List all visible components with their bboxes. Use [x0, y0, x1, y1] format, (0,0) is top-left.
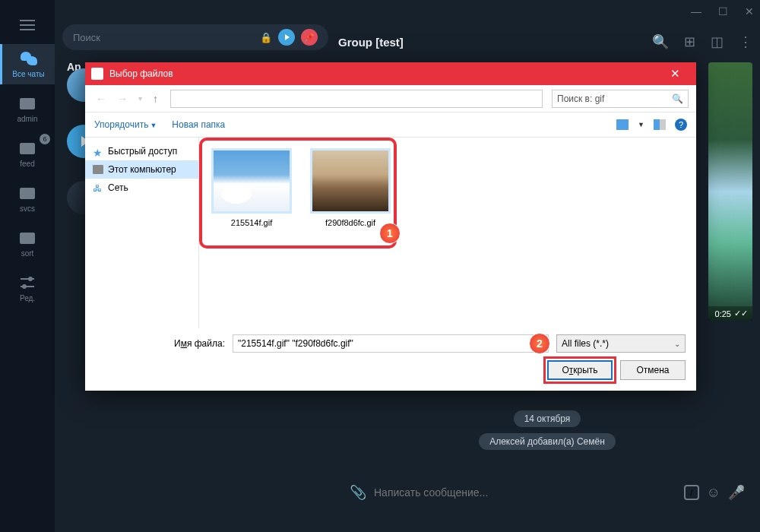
- open-button[interactable]: Открыть: [547, 360, 613, 380]
- filename-input[interactable]: [233, 334, 549, 353]
- compose-bar: 📎 / ☺ 🎤: [342, 476, 752, 509]
- new-folder-button[interactable]: Новая папка: [172, 119, 225, 130]
- search-icon[interactable]: 🔍: [652, 33, 669, 50]
- nav-forward-icon: →: [114, 93, 131, 105]
- minimize-button[interactable]: —: [691, 5, 701, 17]
- chevron-down-icon: ⌄: [674, 340, 680, 348]
- filetype-filter[interactable]: All files (*.*) ⌄: [556, 334, 686, 353]
- folder-icon: [20, 233, 35, 244]
- search-bar[interactable]: Поиск 🔒 📌: [62, 24, 328, 50]
- nav-history-icon[interactable]: ▾: [135, 94, 145, 103]
- network-icon: 🖧: [93, 183, 103, 192]
- sidebar-item-all-chats[interactable]: Все чаты: [0, 44, 55, 84]
- folder-icon: [20, 98, 35, 109]
- video-duration: 0:25: [715, 309, 731, 318]
- preview-icon[interactable]: [654, 119, 666, 130]
- read-checks-icon: ✓✓: [734, 309, 748, 318]
- tree-network[interactable]: 🖧 Сеть: [85, 179, 198, 197]
- star-icon: ★: [93, 147, 103, 156]
- notification-icon[interactable]: 📌: [301, 29, 318, 46]
- video-thumbnail[interactable]: 0:25 ✓✓: [708, 62, 752, 321]
- sidebar-item-feed[interactable]: 6 feed: [0, 134, 55, 174]
- tree-quick-access[interactable]: ★ Быстрый доступ: [85, 142, 198, 160]
- callout-1: 1: [379, 223, 401, 244]
- dialog-close-button[interactable]: ✕: [660, 67, 690, 81]
- filename-label: Имя файла:: [96, 338, 225, 349]
- date-separator: 14 октября: [514, 410, 581, 427]
- maximize-button[interactable]: ☐: [718, 5, 728, 17]
- hamburger-icon: [20, 20, 35, 30]
- sidebar-label: Все чаты: [12, 70, 44, 78]
- search-placeholder: Поиск: [73, 32, 100, 43]
- thumbnail-image: [214, 150, 290, 211]
- chat-header: Group [test] 🔍 ⊞ ◫ ⋮: [338, 23, 752, 61]
- sliders-icon: [21, 278, 34, 287]
- sidebar-label: sort: [21, 249, 34, 258]
- sidepanel-icon[interactable]: ◫: [711, 33, 724, 50]
- folder-search[interactable]: Поиск в: gif 🔍: [552, 90, 689, 108]
- organize-menu[interactable]: Упорядочить▼: [94, 119, 157, 130]
- apps-icon[interactable]: ⊞: [684, 33, 695, 50]
- path-input[interactable]: [170, 90, 543, 108]
- telegram-icon[interactable]: [278, 29, 295, 46]
- chevron-down-icon[interactable]: ▼: [638, 121, 644, 128]
- sidebar-item-sort[interactable]: sort: [0, 223, 55, 264]
- view-icon[interactable]: [616, 119, 629, 130]
- join-message: Алексей добавил(а) Семён: [479, 433, 616, 450]
- sticker-icon[interactable]: /: [684, 485, 699, 500]
- folder-icon: [20, 188, 35, 199]
- chat-title[interactable]: Group [test]: [338, 36, 404, 49]
- sidebar-item-edit[interactable]: Ред.: [0, 268, 55, 309]
- sidebar-item-admin[interactable]: admin: [0, 89, 55, 129]
- folder-search-placeholder: Поиск в: gif: [557, 93, 604, 104]
- sidebar-item-svcs[interactable]: svcs: [0, 179, 55, 219]
- unread-badge: 6: [40, 134, 50, 144]
- dialog-footer: Имя файла: All files (*.*) ⌄ 2 Открыть О…: [85, 328, 696, 391]
- file-name: f290f8d6fc.gif: [309, 218, 392, 227]
- emoji-icon[interactable]: ☺: [707, 485, 720, 501]
- menu-button[interactable]: [0, 11, 55, 40]
- cancel-button[interactable]: Отмена: [620, 360, 686, 380]
- nav-up-icon[interactable]: ↑: [150, 93, 161, 105]
- file-item[interactable]: 215514f.gif: [210, 148, 293, 227]
- sidebar-label: Ред.: [20, 294, 35, 302]
- folder-icon: [20, 143, 35, 154]
- nav-tree: ★ Быстрый доступ Этот компьютер 🖧 Сеть: [85, 138, 199, 328]
- dialog-nav: ← → ▾ ↑ Поиск в: gif 🔍: [85, 85, 696, 112]
- nav-back-icon[interactable]: ←: [93, 93, 109, 105]
- compose-input[interactable]: [374, 486, 676, 499]
- window-controls: — ☐ ✕: [0, 0, 760, 23]
- dialog-title: Выбор файлов: [109, 68, 173, 79]
- tree-this-pc[interactable]: Этот компьютер: [85, 160, 198, 179]
- sidebar-label: feed: [20, 160, 34, 168]
- dialog-titlebar: Выбор файлов ✕: [85, 62, 696, 85]
- file-open-dialog: Выбор файлов ✕ ← → ▾ ↑ Поиск в: gif 🔍 Уп…: [85, 62, 696, 391]
- help-icon[interactable]: ?: [675, 119, 687, 131]
- callout-2: 2: [529, 333, 550, 354]
- sidebar: Все чаты admin 6 feed svcs sort Ред.: [0, 0, 55, 532]
- voice-icon[interactable]: 🎤: [728, 484, 745, 501]
- sidebar-label: svcs: [20, 204, 35, 213]
- dialog-toolbar: Упорядочить▼ Новая папка ▼ ?: [85, 112, 696, 137]
- lock-icon: 🔒: [260, 32, 272, 43]
- app-icon: [91, 68, 103, 80]
- system-messages: 14 октября Алексей добавил(а) Семён: [342, 410, 752, 450]
- search-icon: 🔍: [672, 93, 683, 104]
- attach-icon[interactable]: 📎: [350, 484, 366, 501]
- monitor-icon: [93, 165, 103, 174]
- kebab-icon[interactable]: ⋮: [739, 33, 752, 50]
- chats-icon: [21, 52, 37, 65]
- thumbnail-image: [312, 150, 388, 211]
- sidebar-label: admin: [17, 115, 37, 123]
- file-item[interactable]: f290f8d6fc.gif: [309, 148, 392, 227]
- close-button[interactable]: ✕: [745, 5, 754, 17]
- file-area[interactable]: 215514f.gif f290f8d6fc.gif 1: [199, 138, 696, 328]
- file-name: 215514f.gif: [210, 218, 293, 227]
